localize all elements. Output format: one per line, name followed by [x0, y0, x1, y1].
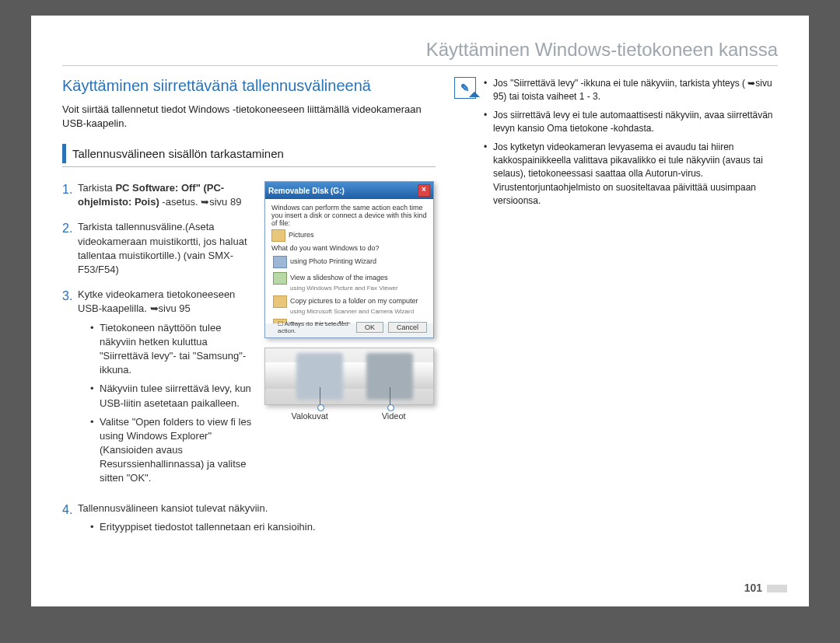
dialog-always: Always do the selected action. [278, 320, 348, 334]
step-3-bullet: Valitse "Open folders to view fi les usi… [90, 415, 255, 486]
ok-button-figure: OK [356, 322, 383, 333]
subsection-rule [62, 166, 436, 167]
step-3-bullet: Tietokoneen näyttöön tulee näkyviin hetk… [90, 321, 255, 378]
caption-videos: Videot [382, 411, 406, 421]
intro-text: Voit siirtää tallennetut tiedot Windows … [62, 103, 436, 130]
slideshow-icon [273, 272, 287, 285]
step-1: 1. Tarkista PC Software: Off" (PC-ohjelm… [62, 181, 255, 209]
dialog-option: View a slideshow of the images [290, 274, 387, 281]
copy-icon [273, 295, 287, 308]
dialog-option: Copy pictures to a folder on my computer [290, 297, 418, 305]
dialog-prompt: What do you want Windows to do? [271, 244, 427, 252]
two-column-layout: Käyttäminen siirrettävänä tallennusvälin… [62, 77, 778, 550]
step-3: 3. Kytke videokamera tietokoneeseen USB-… [62, 288, 255, 490]
cancel-button-figure: Cancel [388, 322, 427, 333]
dialog-title: Removable Disk (G:) [268, 187, 345, 195]
note-item: Jos "Siirrettävä levy" -ikkuna ei tule n… [484, 77, 778, 104]
page-number: 101 [744, 582, 787, 594]
chapter-title: Käyttäminen Windows-tietokoneen kanssa [62, 39, 778, 66]
step-4-bullet: Erityyppiset tiedostot tallennetaan eri … [90, 520, 436, 534]
print-wizard-icon [273, 256, 287, 268]
page-ref: ➥sivu 95 [150, 302, 191, 314]
subsection-title: Tallennusvälineen sisällön tarkastaminen [62, 144, 436, 163]
note-icon: ✎ [454, 77, 476, 99]
autoplay-dialog-figure: Removable Disk (G:) × Windows can perfor… [264, 181, 434, 338]
section-title: Käyttäminen siirrettävänä tallennusvälin… [62, 77, 436, 95]
dialog-pictures-label: Pictures [289, 231, 314, 239]
dialog-option: using Photo Printing Wizard [290, 257, 376, 265]
step-2: 2. Tarkista tallennusväline.(Aseta video… [62, 220, 255, 277]
folder-bar-figure [264, 348, 434, 405]
step-3-bullet: Näkyviin tulee siirrettävä levy, kun USB… [90, 382, 255, 410]
close-icon: × [418, 184, 430, 197]
step-4: 4. Tallennusvälineen kansiot tulevat näk… [62, 501, 436, 539]
note-item: Jos siirrettävä levy ei tule automaattis… [484, 109, 778, 136]
caption-photos: Valokuvat [291, 411, 328, 421]
note-item: Jos kytketyn videokameran levyasema ei a… [484, 141, 778, 208]
left-column: Käyttäminen siirrettävänä tallennusvälin… [62, 77, 436, 550]
page-ref: ➥sivu 89 [201, 196, 241, 208]
pictures-icon [271, 229, 285, 242]
manual-page: Käyttäminen Windows-tietokoneen kanssa K… [31, 16, 809, 606]
figure-stack: Removable Disk (G:) × Windows can perfor… [264, 181, 436, 421]
note-box: ✎ Jos "Siirrettävä levy" -ikkuna ei tule… [454, 77, 778, 213]
figure-captions: Valokuvat Videot [264, 411, 432, 421]
dialog-desc: Windows can perform the same action each… [271, 204, 427, 227]
right-column: ✎ Jos "Siirrettävä levy" -ikkuna ei tule… [454, 77, 778, 550]
